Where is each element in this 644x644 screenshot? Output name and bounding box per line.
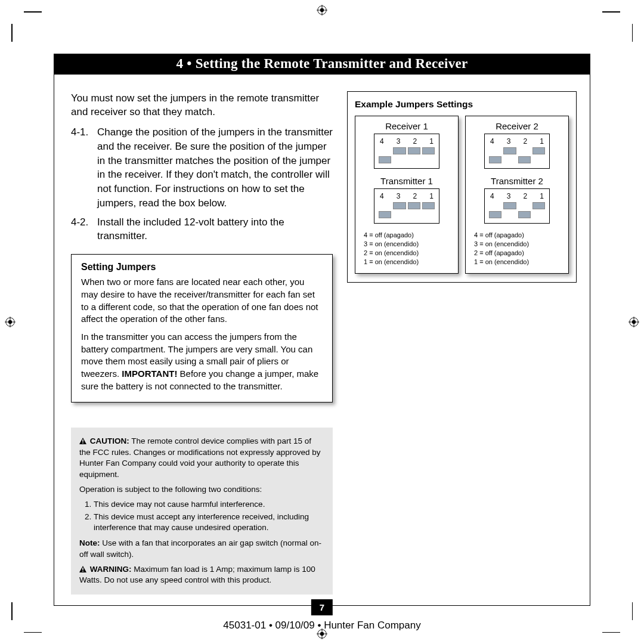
svg-rect-17 xyxy=(82,442,83,444)
infobox-para: When two or more fans are located near e… xyxy=(81,276,323,326)
jumper-legend: 4 = off (apagado)3 = on (encendido)2 = o… xyxy=(360,231,453,266)
example-column: Receiver 1 4321 Transmitter 1 4321 4 = o… xyxy=(355,116,459,274)
example-title: Example Jumpers Settings xyxy=(355,99,569,110)
left-column: You must now set the jumpers in the remo… xyxy=(71,91,333,595)
jumper-legend: 4 = off (apagado)3 = on (encendido)2 = o… xyxy=(470,231,564,266)
footer-text: 45031-01 • 09/10/09 • Hunter Fan Company xyxy=(54,620,590,631)
content-frame: You must now set the jumpers in the remo… xyxy=(54,75,590,606)
step-number: 4-2. xyxy=(71,215,97,244)
crop-mark-icon xyxy=(620,0,644,24)
conditions-list: This device may not cause harmful interf… xyxy=(94,499,324,533)
svg-rect-19 xyxy=(82,571,83,572)
warning-line: WARNING: Maximum fan load is 1 Amp; maxi… xyxy=(79,564,324,586)
right-column: Example Jumpers Settings Receiver 1 4321… xyxy=(347,91,577,595)
step-body: Install the included 12-volt battery int… xyxy=(97,215,333,244)
step-item: 4-2. Install the included 12-volt batter… xyxy=(71,215,333,244)
transmitter-label: Transmitter 2 xyxy=(470,176,564,186)
jumper-switch: 4321 xyxy=(484,134,550,169)
jumper-switch: 4321 xyxy=(374,188,439,224)
transmitter-label: Transmitter 1 xyxy=(360,176,453,186)
operation-line: Operation is subject to the following tw… xyxy=(79,484,324,495)
setting-jumpers-box: Setting Jumpers When two or more fans ar… xyxy=(71,254,333,402)
intro-text: You must now set the jumpers in the remo… xyxy=(71,91,333,119)
regulatory-box: CAUTION: The remote control device compl… xyxy=(71,428,333,594)
svg-rect-16 xyxy=(82,439,83,442)
infobox-para: In the transmitter you can access the ju… xyxy=(81,331,323,392)
condition-item: This device may not cause harmful interf… xyxy=(94,499,324,510)
infobox-heading: Setting Jumpers xyxy=(81,262,323,273)
example-settings-box: Example Jumpers Settings Receiver 1 4321… xyxy=(347,91,577,283)
warning-icon xyxy=(79,436,86,447)
jumper-switch: 4321 xyxy=(374,134,439,169)
warning-icon xyxy=(79,565,86,575)
registration-mark-icon xyxy=(628,317,639,327)
page: 4 • Setting the Remote Transmitter and R… xyxy=(54,54,590,602)
note-line: Note: Use with a fan that incorporates a… xyxy=(79,538,324,560)
registration-mark-icon xyxy=(5,317,16,327)
step-body: Change the position of the jumpers in th… xyxy=(97,125,333,210)
condition-item: This device must accept any interference… xyxy=(94,512,324,534)
example-column: Receiver 2 4321 Transmitter 2 4321 4 = o… xyxy=(465,116,569,274)
receiver-label: Receiver 2 xyxy=(470,121,564,131)
step-item: 4-1. Change the position of the jumpers … xyxy=(71,125,333,210)
jumper-switch: 4321 xyxy=(484,188,550,224)
receiver-label: Receiver 1 xyxy=(360,121,453,131)
section-title: 4 • Setting the Remote Transmitter and R… xyxy=(54,54,590,75)
svg-rect-18 xyxy=(82,568,83,570)
crop-mark-icon xyxy=(620,620,644,644)
caution-line: CAUTION: The remote control device compl… xyxy=(79,436,324,479)
registration-mark-icon xyxy=(317,5,327,16)
crop-mark-icon xyxy=(0,620,24,644)
step-number: 4-1. xyxy=(71,125,97,210)
crop-mark-icon xyxy=(0,0,24,24)
page-number-badge: 7 xyxy=(311,599,333,615)
